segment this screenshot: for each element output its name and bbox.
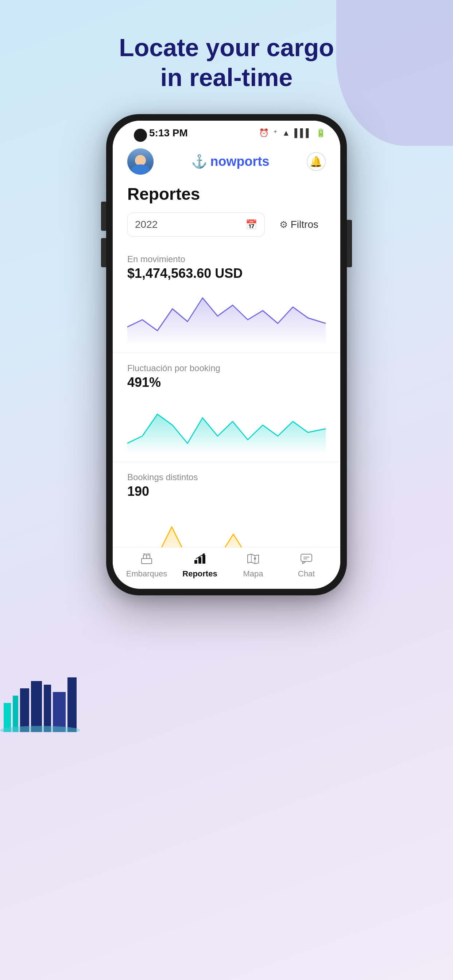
year-filter-input[interactable]: 2022 📅	[127, 213, 265, 237]
reportes-icon	[194, 554, 206, 567]
reportes-label: Reportes	[182, 569, 217, 579]
avatar[interactable]	[127, 148, 153, 175]
svg-rect-21	[301, 554, 312, 562]
notification-button[interactable]: 🔔	[307, 152, 326, 171]
wifi-icon: ▲	[282, 128, 290, 138]
status-time: 5:13 PM	[149, 127, 188, 139]
embarques-label: Embarques	[126, 569, 167, 579]
section-title: Reportes	[127, 185, 200, 204]
svg-rect-16	[203, 555, 205, 564]
camera-hole	[134, 129, 147, 142]
chart2-value: 491%	[127, 375, 326, 390]
app-header: ⚓ nowports 🔔	[113, 143, 340, 180]
svg-rect-4	[44, 685, 51, 732]
blob-decoration	[336, 0, 453, 146]
chat-label: Chat	[298, 569, 315, 579]
filter-label: Filtros	[291, 219, 318, 231]
status-bar: 5:13 PM ⏰ ⁺ ▲ ▌▌▌ 🔋	[113, 121, 340, 143]
svg-rect-5	[53, 692, 65, 732]
alarm-icon: ⏰	[259, 128, 269, 138]
side-button-vol-down	[101, 238, 106, 267]
filters-button[interactable]: ⚙ Filtros	[272, 213, 326, 236]
side-button-vol-up	[101, 202, 106, 231]
chart-fluctuacion: Fluctuación por booking 491%	[113, 353, 340, 462]
side-button-power	[347, 220, 352, 267]
chart1-canvas	[127, 287, 326, 345]
chart3-value: 190	[127, 484, 326, 499]
filter-sliders-icon: ⚙	[279, 219, 288, 231]
battery-icon: 🔋	[316, 128, 326, 138]
chart-en-movimiento: En movimiento $1,474,563.60 USD	[113, 244, 340, 353]
svg-point-20	[254, 557, 256, 560]
bluetooth-icon: ⁺	[273, 128, 278, 138]
page-headline: Locate your cargoin real-time	[119, 33, 334, 92]
mapa-icon	[247, 554, 259, 567]
svg-rect-14	[195, 560, 197, 564]
svg-rect-8	[142, 558, 152, 564]
svg-rect-3	[31, 681, 42, 732]
charts-area: En movimiento $1,474,563.60 USD	[113, 244, 340, 547]
logo-icon: ⚓	[191, 154, 207, 169]
chart-bookings: Bookings distintos 190	[113, 462, 340, 547]
phone-mockup: 5:13 PM ⏰ ⁺ ▲ ▌▌▌ 🔋 ⚓ nowports	[106, 114, 347, 595]
mapa-label: Mapa	[243, 569, 263, 579]
filter-bar: 2022 📅 ⚙ Filtros	[113, 210, 340, 244]
app-logo: ⚓ nowports	[191, 154, 270, 169]
bell-icon: 🔔	[309, 156, 322, 168]
signal-icon: ▌▌▌	[294, 128, 311, 138]
chart1-label: En movimiento	[127, 254, 326, 264]
nav-reportes[interactable]: Reportes	[173, 554, 226, 579]
chart1-value: $1,474,563.60 USD	[127, 266, 326, 281]
avatar-image	[127, 148, 153, 175]
chart3-canvas	[127, 505, 326, 547]
svg-rect-6	[67, 678, 77, 732]
bottom-nav: Embarques Reportes	[113, 547, 340, 589]
svg-rect-15	[198, 557, 201, 564]
svg-rect-2	[20, 688, 29, 732]
page-headline-area: Locate your cargoin real-time	[119, 33, 334, 92]
logo-text: nowports	[211, 154, 270, 169]
chat-icon	[300, 554, 313, 567]
chart2-canvas	[127, 396, 326, 454]
embarques-icon	[140, 554, 153, 567]
section-title-area: Reportes	[113, 180, 340, 210]
chart3-label: Bookings distintos	[127, 472, 326, 482]
year-value: 2022	[135, 219, 158, 231]
calendar-icon: 📅	[246, 219, 257, 231]
nav-chat[interactable]: Chat	[280, 554, 333, 579]
svg-rect-1	[13, 695, 18, 732]
nav-mapa[interactable]: Mapa	[226, 554, 280, 579]
chart2-label: Fluctuación por booking	[127, 363, 326, 373]
city-skyline-decoration	[0, 659, 80, 732]
nav-embarques[interactable]: Embarques	[120, 554, 173, 579]
status-icons: ⏰ ⁺ ▲ ▌▌▌ 🔋	[259, 128, 326, 138]
